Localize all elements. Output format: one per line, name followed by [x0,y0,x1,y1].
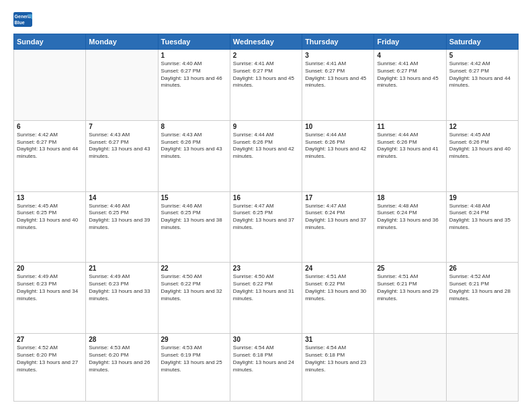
day-number: 31 [305,336,371,343]
calendar-cell: 9Sunrise: 4:44 AM Sunset: 6:26 PM Daylig… [230,120,302,191]
day-number: 13 [17,194,83,201]
day-info: Sunrise: 4:45 AM Sunset: 6:25 PM Dayligh… [17,203,83,232]
calendar-cell: 28Sunrise: 4:53 AM Sunset: 6:20 PM Dayli… [86,334,158,402]
calendar-cell: 21Sunrise: 4:49 AM Sunset: 6:23 PM Dayli… [86,263,158,334]
day-number: 28 [89,336,154,343]
calendar-cell: 30Sunrise: 4:54 AM Sunset: 6:18 PM Dayli… [230,334,302,402]
day-number: 21 [89,265,154,272]
day-number: 15 [161,194,227,201]
day-info: Sunrise: 4:46 AM Sunset: 6:25 PM Dayligh… [161,203,227,232]
day-info: Sunrise: 4:41 AM Sunset: 6:27 PM Dayligh… [305,60,371,89]
day-number: 2 [233,52,299,59]
calendar-table: SundayMondayTuesdayWednesdayThursdayFrid… [13,34,519,402]
day-number: 5 [449,52,515,59]
calendar-cell: 19Sunrise: 4:48 AM Sunset: 6:24 PM Dayli… [446,191,518,263]
day-info: Sunrise: 4:53 AM Sunset: 6:20 PM Dayligh… [89,345,154,373]
day-number: 29 [161,336,227,343]
day-number: 22 [161,265,227,272]
day-number: 17 [305,194,371,201]
calendar-week-2: 6Sunrise: 4:42 AM Sunset: 6:27 PM Daylig… [14,120,519,191]
day-number: 11 [377,123,443,130]
calendar-week-1: 1Sunrise: 4:40 AM Sunset: 6:27 PM Daylig… [14,50,519,121]
weekday-header-tuesday: Tuesday [158,34,230,50]
calendar-cell: 20Sunrise: 4:49 AM Sunset: 6:23 PM Dayli… [14,263,86,334]
day-info: Sunrise: 4:50 AM Sunset: 6:22 PM Dayligh… [161,273,227,302]
calendar-cell: 22Sunrise: 4:50 AM Sunset: 6:22 PM Dayli… [158,263,230,334]
day-info: Sunrise: 4:43 AM Sunset: 6:26 PM Dayligh… [161,132,227,161]
day-number: 4 [377,52,443,59]
calendar-cell: 3Sunrise: 4:41 AM Sunset: 6:27 PM Daylig… [302,50,374,121]
day-number: 30 [233,336,299,343]
day-info: Sunrise: 4:42 AM Sunset: 6:27 PM Dayligh… [17,132,83,161]
day-number: 8 [161,123,227,130]
day-info: Sunrise: 4:47 AM Sunset: 6:25 PM Dayligh… [233,203,299,232]
day-number: 24 [305,265,371,272]
day-number: 19 [449,194,515,201]
day-info: Sunrise: 4:44 AM Sunset: 6:26 PM Dayligh… [377,132,443,161]
logo-icon: General Blue [13,12,32,27]
calendar-cell: 13Sunrise: 4:45 AM Sunset: 6:25 PM Dayli… [14,191,86,263]
day-number: 26 [449,265,515,272]
logo: General Blue [13,12,35,27]
day-number: 23 [233,265,299,272]
day-info: Sunrise: 4:51 AM Sunset: 6:22 PM Dayligh… [305,273,371,302]
day-number: 27 [17,336,83,343]
day-info: Sunrise: 4:41 AM Sunset: 6:27 PM Dayligh… [377,60,443,89]
calendar-cell: 23Sunrise: 4:50 AM Sunset: 6:22 PM Dayli… [230,263,302,334]
day-number: 3 [305,52,371,59]
calendar-cell: 5Sunrise: 4:42 AM Sunset: 6:27 PM Daylig… [446,50,518,121]
weekday-header-wednesday: Wednesday [230,34,302,50]
calendar-cell: 7Sunrise: 4:43 AM Sunset: 6:27 PM Daylig… [86,120,158,191]
calendar-cell: 17Sunrise: 4:47 AM Sunset: 6:24 PM Dayli… [302,191,374,263]
day-info: Sunrise: 4:49 AM Sunset: 6:23 PM Dayligh… [89,273,154,302]
calendar-cell: 8Sunrise: 4:43 AM Sunset: 6:26 PM Daylig… [158,120,230,191]
day-number: 7 [89,123,154,130]
calendar-cell: 2Sunrise: 4:41 AM Sunset: 6:27 PM Daylig… [230,50,302,121]
day-number: 14 [89,194,154,201]
day-number: 9 [233,123,299,130]
calendar-cell: 6Sunrise: 4:42 AM Sunset: 6:27 PM Daylig… [14,120,86,191]
day-info: Sunrise: 4:45 AM Sunset: 6:26 PM Dayligh… [449,132,515,161]
day-number: 16 [233,194,299,201]
day-info: Sunrise: 4:40 AM Sunset: 6:27 PM Dayligh… [161,60,227,89]
day-info: Sunrise: 4:53 AM Sunset: 6:19 PM Dayligh… [161,345,227,373]
weekday-header-sunday: Sunday [14,34,86,50]
calendar-cell: 27Sunrise: 4:52 AM Sunset: 6:20 PM Dayli… [14,334,86,402]
calendar-cell [86,50,158,121]
calendar-cell: 25Sunrise: 4:51 AM Sunset: 6:21 PM Dayli… [374,263,446,334]
weekday-header-monday: Monday [86,34,158,50]
calendar-cell: 18Sunrise: 4:48 AM Sunset: 6:24 PM Dayli… [374,191,446,263]
calendar-cell: 4Sunrise: 4:41 AM Sunset: 6:27 PM Daylig… [374,50,446,121]
page: General Blue SundayMondayTuesdayWednesda… [0,0,532,411]
weekday-header-thursday: Thursday [302,34,374,50]
day-info: Sunrise: 4:51 AM Sunset: 6:21 PM Dayligh… [377,273,443,302]
day-info: Sunrise: 4:46 AM Sunset: 6:25 PM Dayligh… [89,203,154,232]
calendar-cell: 16Sunrise: 4:47 AM Sunset: 6:25 PM Dayli… [230,191,302,263]
day-info: Sunrise: 4:41 AM Sunset: 6:27 PM Dayligh… [233,60,299,89]
day-number: 20 [17,265,83,272]
day-info: Sunrise: 4:43 AM Sunset: 6:27 PM Dayligh… [89,132,154,161]
calendar-cell: 15Sunrise: 4:46 AM Sunset: 6:25 PM Dayli… [158,191,230,263]
calendar-cell: 10Sunrise: 4:44 AM Sunset: 6:26 PM Dayli… [302,120,374,191]
weekday-header-friday: Friday [374,34,446,50]
day-info: Sunrise: 4:50 AM Sunset: 6:22 PM Dayligh… [233,273,299,302]
day-info: Sunrise: 4:48 AM Sunset: 6:24 PM Dayligh… [449,203,515,232]
calendar-cell: 11Sunrise: 4:44 AM Sunset: 6:26 PM Dayli… [374,120,446,191]
day-number: 10 [305,123,371,130]
calendar-cell: 12Sunrise: 4:45 AM Sunset: 6:26 PM Dayli… [446,120,518,191]
calendar-week-4: 20Sunrise: 4:49 AM Sunset: 6:23 PM Dayli… [14,263,519,334]
calendar-cell [374,334,446,402]
day-number: 1 [161,52,227,59]
day-number: 6 [17,123,83,130]
day-info: Sunrise: 4:48 AM Sunset: 6:24 PM Dayligh… [377,203,443,232]
calendar-cell: 1Sunrise: 4:40 AM Sunset: 6:27 PM Daylig… [158,50,230,121]
header: General Blue [13,12,519,27]
svg-text:Blue: Blue [15,20,25,25]
day-info: Sunrise: 4:52 AM Sunset: 6:21 PM Dayligh… [449,273,515,302]
calendar-cell [446,334,518,402]
calendar-cell: 29Sunrise: 4:53 AM Sunset: 6:19 PM Dayli… [158,334,230,402]
day-number: 18 [377,194,443,201]
day-info: Sunrise: 4:54 AM Sunset: 6:18 PM Dayligh… [305,345,371,373]
calendar-cell: 31Sunrise: 4:54 AM Sunset: 6:18 PM Dayli… [302,334,374,402]
day-info: Sunrise: 4:44 AM Sunset: 6:26 PM Dayligh… [233,132,299,161]
